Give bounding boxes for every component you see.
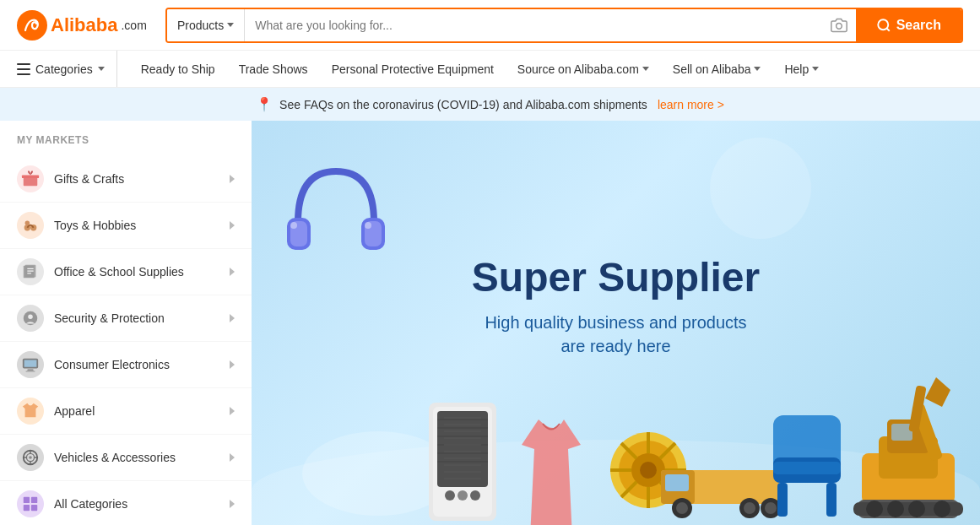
sidebar-title: MY MARKETS — [0, 134, 252, 156]
sidebar-arrow-security — [230, 314, 235, 322]
search-input[interactable] — [245, 9, 821, 41]
nav-trade-shows-label: Trade Shows — [239, 62, 308, 76]
banner-subtitle-line1: High quality business and products — [485, 313, 746, 332]
svg-rect-20 — [24, 360, 37, 367]
sidebar-item-security-protection-label: Security & Protection — [54, 311, 219, 325]
covid-banner-text: See FAQs on the coronavirus (COVID-19) a… — [279, 98, 647, 111]
header: Alibaba.com Products Search — [0, 0, 980, 51]
svg-point-97 — [887, 501, 904, 517]
svg-point-39 — [365, 222, 371, 229]
svg-point-61 — [470, 490, 480, 501]
svg-point-99 — [934, 501, 950, 517]
banner-subtitle-line2: are ready here — [560, 337, 670, 355]
nav-item-trade-shows[interactable]: Trade Shows — [227, 51, 320, 87]
sidebar-arrow-all — [230, 500, 235, 508]
camera-search-button[interactable] — [822, 9, 856, 41]
svg-point-60 — [458, 490, 468, 501]
svg-rect-21 — [27, 370, 33, 371]
help-chevron-icon — [812, 67, 819, 71]
svg-rect-22 — [26, 371, 35, 371]
svg-point-80 — [744, 502, 755, 514]
search-icon — [876, 18, 891, 33]
office-school-icon — [17, 258, 44, 285]
learn-more-link[interactable]: learn more > — [658, 98, 724, 111]
svg-rect-85 — [777, 483, 788, 517]
headphones-decoration — [277, 154, 395, 284]
menu-icon — [17, 63, 30, 75]
svg-point-65 — [640, 462, 657, 479]
svg-rect-30 — [24, 497, 30, 503]
logo-dot-com: .com — [121, 19, 146, 32]
clothing-decoration — [513, 419, 589, 525]
categories-chevron-icon — [98, 67, 105, 71]
svg-line-3 — [886, 28, 889, 30]
search-dropdown[interactable]: Products — [167, 9, 245, 41]
nav-source-label: Source on Alibaba.com — [517, 62, 639, 76]
sidebar-item-vehicles-accessories-label: Vehicles & Accessories — [54, 451, 219, 464]
nav-ppe-label: Personal Protective Equipment — [332, 62, 494, 76]
svg-rect-76 — [665, 474, 689, 491]
gifts-crafts-icon — [17, 165, 44, 192]
logo-text: Alibaba — [51, 14, 117, 36]
svg-point-96 — [866, 501, 883, 517]
sidebar-item-gifts-crafts-label: Gifts & Crafts — [54, 172, 219, 186]
sidebar-item-all-categories[interactable]: All Categories — [0, 481, 252, 525]
sidebar: MY MARKETS Gifts & Crafts — [0, 121, 252, 525]
svg-point-25 — [29, 456, 32, 459]
sidebar-item-gifts-crafts[interactable]: Gifts & Crafts — [0, 156, 252, 203]
sell-chevron-icon — [754, 67, 761, 71]
svg-rect-31 — [31, 497, 37, 503]
banner-area: Super Supplier High quality business and… — [252, 121, 980, 525]
consumer-electronics-icon — [17, 351, 44, 378]
chevron-down-icon — [227, 23, 234, 27]
svg-point-1 — [836, 23, 842, 29]
nav-item-ready-to-ship[interactable]: Ready to Ship — [129, 51, 227, 87]
nav-item-sell[interactable]: Sell on Alibaba — [661, 51, 773, 87]
nav-item-help[interactable]: Help — [772, 51, 831, 87]
svg-point-18 — [28, 314, 33, 319]
sidebar-arrow-vehicles — [230, 453, 235, 462]
banner-text-content: Super Supplier High quality business and… — [472, 254, 760, 358]
sidebar-item-office-school-label: Office & School Supplies — [54, 265, 219, 279]
nav-help-label: Help — [784, 62, 809, 76]
sidebar-arrow-gifts-crafts — [230, 175, 235, 183]
svg-point-2 — [878, 19, 888, 30]
sidebar-arrow-office — [230, 268, 235, 276]
sidebar-item-office-school[interactable]: Office & School Supplies — [0, 249, 252, 295]
svg-rect-6 — [17, 73, 30, 75]
sidebar-arrow-electronics — [230, 360, 235, 369]
nav-item-source[interactable]: Source on Alibaba.com — [506, 51, 661, 87]
sidebar-item-consumer-electronics[interactable]: Consumer Electronics — [0, 342, 252, 388]
banner-title: Super Supplier — [472, 254, 760, 300]
sidebar-item-security-protection[interactable]: Security & Protection — [0, 295, 252, 342]
sidebar-item-consumer-electronics-label: Consumer Electronics — [54, 358, 219, 371]
nav-categories[interactable]: Categories — [17, 51, 117, 87]
appliance-decoration — [420, 394, 505, 525]
svg-point-59 — [445, 490, 455, 501]
excavator-decoration — [811, 369, 980, 525]
sidebar-arrow-apparel — [230, 407, 235, 415]
logo-area[interactable]: Alibaba.com — [17, 10, 152, 41]
svg-rect-32 — [24, 505, 30, 511]
svg-point-38 — [290, 222, 297, 229]
svg-point-78 — [676, 502, 688, 514]
svg-rect-7 — [24, 177, 38, 186]
sidebar-item-toys-hobbies-label: Toys & Hobbies — [54, 219, 219, 232]
svg-rect-4 — [17, 63, 30, 65]
nav-item-ppe[interactable]: Personal Protective Equipment — [320, 51, 506, 87]
alibaba-logo-icon — [17, 10, 47, 41]
main-content: MY MARKETS Gifts & Crafts — [0, 121, 980, 525]
search-button-label: Search — [896, 18, 941, 33]
all-categories-icon — [17, 490, 44, 517]
covid-banner: 📍 See FAQs on the coronavirus (COVID-19)… — [0, 88, 980, 121]
sidebar-item-apparel[interactable]: Apparel — [0, 388, 252, 435]
search-bar: Products Search — [165, 8, 963, 43]
search-button[interactable]: Search — [856, 9, 961, 41]
categories-label: Categories — [35, 62, 93, 76]
nav-sell-label: Sell on Alibaba — [673, 62, 751, 76]
location-icon: 📍 — [256, 96, 273, 112]
svg-rect-5 — [17, 68, 30, 70]
svg-rect-48 — [437, 411, 488, 487]
sidebar-item-vehicles-accessories[interactable]: Vehicles & Accessories — [0, 435, 252, 481]
sidebar-item-toys-hobbies[interactable]: Toys & Hobbies — [0, 203, 252, 249]
